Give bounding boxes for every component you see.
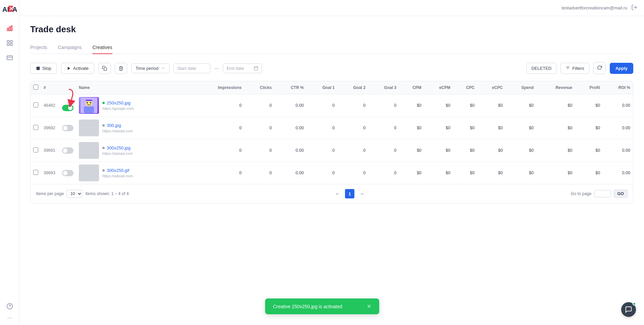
support-button[interactable] xyxy=(621,302,636,317)
pagination-nav: ← 1 → xyxy=(333,189,366,198)
user-email: testadvertforcreationcam@mail.ru xyxy=(562,5,627,10)
select-all-checkbox[interactable] xyxy=(33,85,38,90)
refresh-button[interactable] xyxy=(593,62,606,74)
row-clicks: 0 xyxy=(244,139,275,162)
time-period-filter[interactable]: Time period xyxy=(131,63,169,73)
start-date-input[interactable] xyxy=(174,63,210,73)
sidebar-item-analytics[interactable] xyxy=(4,22,16,34)
end-date-field[interactable] xyxy=(223,63,262,73)
top-bar: testadvertforcreationcam@mail.ru xyxy=(19,0,644,16)
row-toggle[interactable] xyxy=(59,162,76,184)
sidebar-item-billing[interactable] xyxy=(4,52,16,64)
tab-campaigns[interactable]: Campaigns xyxy=(58,41,82,54)
row-spend: $0 xyxy=(505,139,536,162)
row-goal2: 0 xyxy=(337,117,368,139)
prev-page-button[interactable]: ← xyxy=(333,189,342,198)
col-cpc: CPC xyxy=(453,81,477,94)
row-impressions: 0 xyxy=(193,139,244,162)
row-ecpc: $0 xyxy=(477,94,505,117)
tab-projects[interactable]: Projects xyxy=(30,41,47,54)
svg-rect-7 xyxy=(7,41,9,43)
row-cpc: $0 xyxy=(453,139,477,162)
row-toggle[interactable] xyxy=(59,139,76,162)
row-profit: $0 xyxy=(575,94,603,117)
row-revenue: $0 xyxy=(536,117,575,139)
per-page-select[interactable]: 10 25 50 xyxy=(66,190,83,198)
row-toggle[interactable] xyxy=(59,94,76,117)
items-shown: Items shown: 1 – 4 of 4 xyxy=(85,191,129,196)
active-toggle[interactable] xyxy=(62,147,73,154)
main-area: testadvertforcreationcam@mail.ru Trade d… xyxy=(19,0,644,325)
sidebar-more[interactable]: ··· xyxy=(7,315,12,321)
filters-button[interactable]: Filters xyxy=(560,63,589,74)
row-goal2: 0 xyxy=(337,94,368,117)
next-page-button[interactable]: → xyxy=(357,189,366,198)
go-to-page: Go to page GO xyxy=(571,190,628,198)
activate-button[interactable]: Activate xyxy=(61,63,94,74)
delete-button[interactable] xyxy=(115,63,127,74)
active-toggle[interactable] xyxy=(62,170,73,176)
svg-marker-17 xyxy=(67,66,70,70)
row-goal2: 0 xyxy=(337,139,368,162)
svg-rect-19 xyxy=(254,66,258,70)
tabs: Projects Campaigns Creatives xyxy=(30,41,633,54)
go-button[interactable]: GO xyxy=(614,190,628,198)
col-name: Name xyxy=(76,81,193,94)
row-cpc: $0 xyxy=(453,162,477,184)
table-row: 39691 300x250.jpg https://adxad. xyxy=(31,139,633,162)
row-goal1: 0 xyxy=(306,117,337,139)
svg-rect-10 xyxy=(10,44,12,46)
go-to-page-input[interactable] xyxy=(594,190,611,197)
row-checkbox[interactable] xyxy=(33,170,38,175)
row-cpm: $0 xyxy=(399,162,424,184)
end-date-input[interactable] xyxy=(227,66,252,71)
row-ctr: 0.00 xyxy=(275,117,307,139)
row-impressions: 0 xyxy=(193,117,244,139)
row-impressions: 0 xyxy=(193,162,244,184)
col-clicks: Clicks xyxy=(244,81,275,94)
date-separator: — xyxy=(214,66,219,71)
row-roi: 0.00 xyxy=(603,162,633,184)
active-toggle[interactable] xyxy=(62,105,73,111)
row-clicks: 0 xyxy=(244,162,275,184)
deleted-button[interactable]: DELETED xyxy=(527,63,557,74)
tab-creatives[interactable]: Creatives xyxy=(92,41,112,54)
row-id: 39692 xyxy=(41,117,59,139)
current-page[interactable]: 1 xyxy=(345,189,354,198)
row-goal3: 0 xyxy=(368,94,399,117)
row-ecpc: $0 xyxy=(477,117,505,139)
toast-notification: Creative 250x250.jpg is activated ✕ xyxy=(265,298,379,314)
row-checkbox[interactable] xyxy=(33,125,38,130)
logout-button[interactable] xyxy=(631,4,637,12)
svg-rect-4 xyxy=(7,28,8,31)
col-spend: Spend xyxy=(505,81,536,94)
row-ecpm: $0 xyxy=(424,139,453,162)
row-id: 39691 xyxy=(41,139,59,162)
row-cpc: $0 xyxy=(453,94,477,117)
col-ctr: CTR % xyxy=(275,81,307,94)
row-toggle[interactable] xyxy=(59,117,76,139)
sidebar-item-dashboard[interactable] xyxy=(4,37,16,49)
copy-button[interactable] xyxy=(98,63,111,74)
row-checkbox[interactable] xyxy=(33,147,38,152)
row-ctr: 0.00 xyxy=(275,139,307,162)
col-cpm: CPM xyxy=(399,81,424,94)
row-cpm: $0 xyxy=(399,117,424,139)
row-name: 300.jpg https://adxad.com xyxy=(76,117,193,139)
row-name: 300x250.jpg https://adxad.com xyxy=(76,139,193,162)
support-badge xyxy=(633,302,636,306)
row-ecpm: $0 xyxy=(424,162,453,184)
toast-close-button[interactable]: ✕ xyxy=(367,303,371,310)
row-goal1: 0 xyxy=(306,162,337,184)
svg-point-29 xyxy=(87,102,88,103)
apply-button[interactable]: Apply xyxy=(610,63,633,74)
sidebar-item-help[interactable] xyxy=(4,300,16,312)
row-goal2: 0 xyxy=(337,162,368,184)
logo[interactable]: AD ✕ AD xyxy=(2,4,17,14)
row-spend: $0 xyxy=(505,117,536,139)
active-toggle[interactable] xyxy=(62,125,73,131)
page-title: Trade desk xyxy=(30,24,633,35)
row-checkbox[interactable] xyxy=(33,102,38,107)
stop-button[interactable]: Stop xyxy=(30,63,57,74)
col-id: # xyxy=(41,81,59,94)
